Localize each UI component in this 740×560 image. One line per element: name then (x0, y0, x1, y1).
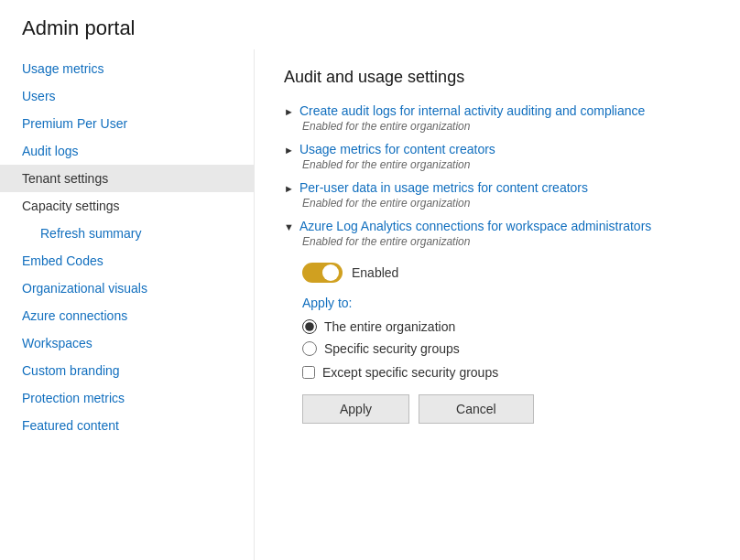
section-title: Audit and usage settings (284, 68, 711, 87)
sidebar: Usage metricsUsersPremium Per UserAudit … (0, 49, 255, 560)
setting-subtitle-audit-logs: Enabled for the entire organization (302, 120, 711, 133)
sidebar-item-capacity-settings: Capacity settings (0, 192, 254, 220)
sidebar-item-workspaces[interactable]: Workspaces (0, 329, 254, 357)
radio-entire-org[interactable]: The entire organization (302, 319, 711, 334)
setting-subtitle-azure: Enabled for the entire organization (302, 235, 711, 248)
setting-usage-metrics-creators: ► Usage metrics for content creators Ena… (284, 142, 711, 171)
app-header: Admin portal (0, 0, 740, 49)
setting-subtitle-per-user: Enabled for the entire organization (302, 197, 711, 210)
setting-title-per-user: Per-user data in usage metrics for conte… (299, 180, 588, 195)
sidebar-item-custom-branding[interactable]: Custom branding (0, 357, 254, 384)
radio-entire-org-input[interactable] (302, 319, 317, 334)
checkbox-except-groups-input[interactable] (302, 366, 315, 379)
button-row: Apply Cancel (302, 394, 711, 424)
sidebar-item-usage-metrics[interactable]: Usage metrics (0, 55, 254, 82)
apply-to-label: Apply to: (302, 296, 711, 310)
toggle-row: Enabled (302, 263, 711, 283)
sidebar-item-azure-connections[interactable]: Azure connections (0, 302, 254, 329)
sidebar-item-embed-codes[interactable]: Embed Codes (0, 247, 254, 275)
cancel-button[interactable]: Cancel (419, 394, 534, 424)
setting-title-usage-metrics: Usage metrics for content creators (299, 142, 495, 156)
checkbox-except-groups-label: Except specific security groups (322, 365, 498, 380)
radio-specific-groups-label: Specific security groups (324, 341, 460, 356)
radio-specific-groups-input[interactable] (302, 341, 317, 356)
setting-title-azure: Azure Log Analytics connections for work… (299, 219, 651, 233)
setting-header-per-user[interactable]: ► Per-user data in usage metrics for con… (284, 180, 711, 195)
content-area: Audit and usage settings ► Create audit … (255, 49, 740, 560)
sidebar-item-featured-content[interactable]: Featured content (0, 412, 254, 439)
chevron-icon: ► (284, 183, 294, 194)
sidebar-item-audit-logs[interactable]: Audit logs (0, 137, 254, 165)
setting-audit-logs-internal: ► Create audit logs for internal activit… (284, 103, 711, 133)
chevron-icon: ► (284, 145, 294, 156)
toggle-slider (302, 263, 343, 283)
sidebar-item-tenant-settings: Tenant settings (0, 165, 254, 192)
setting-header-audit-logs[interactable]: ► Create audit logs for internal activit… (284, 103, 711, 118)
setting-header-usage-metrics[interactable]: ► Usage metrics for content creators (284, 142, 711, 156)
sidebar-item-protection-metrics[interactable]: Protection metrics (0, 384, 254, 412)
sidebar-item-refresh-summary[interactable]: Refresh summary (0, 220, 254, 247)
app-title: Admin portal (22, 16, 718, 40)
main-layout: Usage metricsUsersPremium Per UserAudit … (0, 49, 740, 560)
setting-title-audit-logs: Create audit logs for internal activity … (299, 103, 645, 118)
sidebar-item-premium-per-user[interactable]: Premium Per User (0, 110, 254, 137)
apply-button[interactable]: Apply (302, 394, 409, 424)
radio-specific-groups[interactable]: Specific security groups (302, 341, 711, 356)
chevron-open-icon: ▼ (284, 221, 294, 232)
toggle-label: Enabled (352, 265, 398, 280)
radio-entire-org-label: The entire organization (324, 319, 455, 334)
sidebar-item-users[interactable]: Users (0, 82, 254, 110)
enabled-toggle[interactable] (302, 263, 343, 283)
setting-subtitle-usage-metrics: Enabled for the entire organization (302, 158, 711, 171)
expanded-section: Enabled Apply to: The entire organizatio… (302, 257, 711, 424)
checkbox-except-groups[interactable]: Except specific security groups (302, 365, 711, 380)
sidebar-item-organizational-visuals[interactable]: Organizational visuals (0, 275, 254, 302)
setting-azure-log-analytics: ▼ Azure Log Analytics connections for wo… (284, 219, 711, 424)
setting-header-azure[interactable]: ▼ Azure Log Analytics connections for wo… (284, 219, 711, 233)
chevron-icon: ► (284, 106, 294, 117)
radio-group: The entire organization Specific securit… (302, 319, 711, 356)
setting-per-user-data: ► Per-user data in usage metrics for con… (284, 180, 711, 210)
